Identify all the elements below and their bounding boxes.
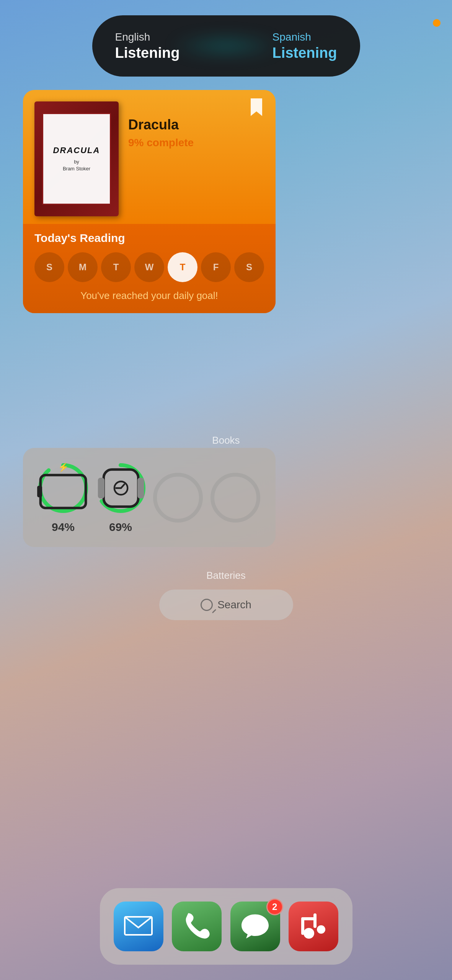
day-sunday: S [34,252,64,282]
music-icon [299,911,328,942]
book-cover-title: DRACULA [53,145,100,155]
svg-rect-2 [41,475,86,508]
battery-watch-percent: 69% [109,521,132,534]
battery-empty-2 [209,471,262,524]
bookmark-icon [247,98,266,117]
book-cover-author: byBram Stoker [63,158,90,172]
language-bar[interactable]: English Listening Spanish Listening [92,15,360,77]
battery-empty-1 [151,471,205,524]
dock: 2 [100,888,352,965]
battery-ring-watch [94,461,147,515]
dock-app-phone[interactable] [172,902,222,951]
book-info: Dracula 9% complete [128,101,264,149]
goal-message: You've reached your daily goal! [34,290,264,302]
day-wednesday: W [134,252,164,282]
language-spanish: Spanish Listening [273,31,337,61]
day-monday: M [68,252,98,282]
books-widget[interactable]: DRACULA byBram Stoker Dracula 9% complet… [23,90,276,313]
batteries-widget-label: Batteries [0,570,452,581]
day-saturday: S [234,252,264,282]
svg-point-17 [317,925,325,934]
search-label: Search [217,599,251,611]
svg-rect-3 [37,486,42,497]
day-friday: F [201,252,231,282]
day-thursday-active: T [168,252,197,282]
battery-ring-phone: ⚡ [36,461,90,515]
battery-ring-empty-2 [209,471,262,524]
battery-phone-percent: 94% [52,521,75,534]
mail-icon [124,911,153,942]
days-row: S M T W T F S [34,252,264,282]
phone-icon [183,911,211,942]
lightning-bolt-icon: ⚡ [58,462,69,472]
svg-line-11 [121,484,124,488]
svg-rect-7 [98,478,104,498]
book-cover-inner: DRACULA byBram Stoker [42,113,111,205]
day-tuesday: T [101,252,131,282]
search-bar[interactable]: Search [159,590,293,620]
svg-rect-8 [137,478,144,498]
svg-point-12 [155,475,201,521]
battery-phone: ⚡ 94% [36,461,90,534]
spanish-mode: Listening [273,45,337,61]
books-bottom-section: Today's Reading S M T W T F S You've rea… [23,224,276,313]
english-label: English [115,31,180,43]
messages-icon [241,911,269,942]
book-cover: DRACULA byBram Stoker [34,101,119,216]
battery-phone-icon-center: ⚡ [36,458,90,518]
books-widget-label: Books [0,434,452,446]
svg-point-13 [212,475,258,521]
spanish-label: Spanish [273,31,337,43]
today-reading-label: Today's Reading [34,232,264,245]
dock-app-music[interactable] [289,902,338,951]
language-english: English Listening [115,31,180,61]
messages-badge: 2 [266,898,283,915]
dock-app-mail[interactable] [114,902,163,951]
svg-point-16 [304,928,314,939]
books-top-section: DRACULA byBram Stoker Dracula 9% complet… [23,90,276,224]
book-progress-text: 9% complete [128,137,264,149]
dock-app-messages[interactable]: 2 [230,902,280,951]
english-mode: Listening [115,45,180,61]
svg-rect-14 [124,915,153,936]
book-title: Dracula [128,117,264,133]
svg-rect-20 [301,917,317,920]
battery-watch-icon-center [94,461,147,515]
orange-status-dot [433,19,441,27]
search-icon [201,599,213,611]
svg-rect-18 [313,913,317,928]
battery-ring-empty-1 [151,471,205,524]
battery-watch: 69% [94,461,147,534]
batteries-row: ⚡ 94% [34,461,264,534]
batteries-widget: ⚡ 94% [23,448,276,547]
